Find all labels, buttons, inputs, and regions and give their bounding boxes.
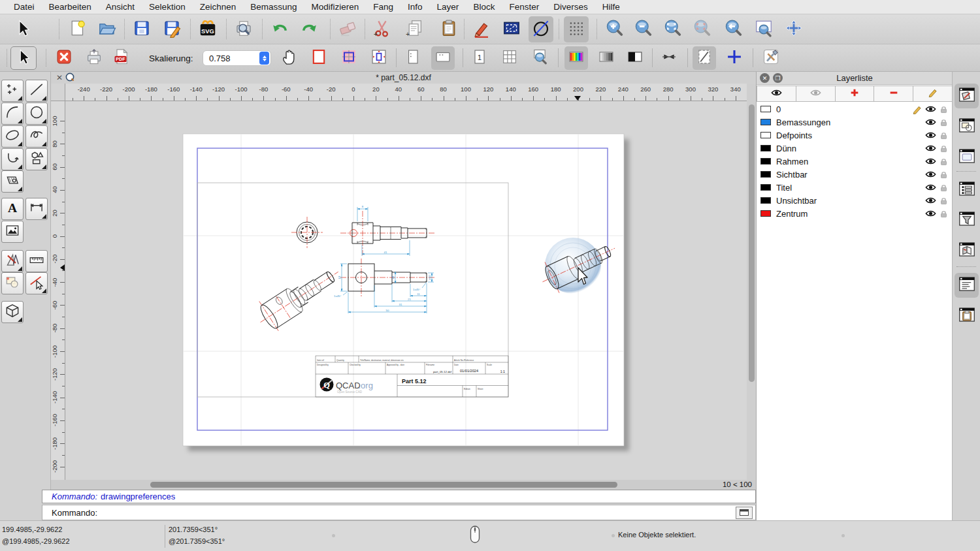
layer-lock-icon[interactable] xyxy=(937,118,950,127)
tool-modify-button[interactable] xyxy=(1,250,24,272)
zoom-window-button[interactable] xyxy=(751,16,776,42)
layer-visibility-eye-icon[interactable] xyxy=(924,169,937,180)
menu-layer[interactable]: Layer xyxy=(430,2,466,12)
layer-row[interactable]: 0 xyxy=(757,102,953,116)
horizontal-scrollbar-thumb[interactable] xyxy=(150,482,617,488)
print-button[interactable] xyxy=(82,46,106,70)
stepper-icon[interactable] xyxy=(259,52,269,65)
menu-fang[interactable]: Fang xyxy=(366,2,400,12)
page-single-button[interactable]: 1 xyxy=(468,46,491,70)
add-layer-button[interactable] xyxy=(836,86,875,102)
menu-hilfe[interactable]: Hilfe xyxy=(595,2,627,12)
menu-datei[interactable]: Datei xyxy=(7,2,42,12)
zoom-selection-button[interactable] xyxy=(689,16,714,42)
color-gray-button[interactable] xyxy=(595,46,618,70)
remove-layer-button[interactable] xyxy=(874,86,913,102)
panel-close-icon[interactable]: ✕ xyxy=(760,73,770,83)
layer-row[interactable]: Rahmen xyxy=(757,155,953,168)
tool-polyline-button[interactable] xyxy=(1,148,24,170)
paste-button[interactable] xyxy=(436,16,461,42)
layer-list-dock-button[interactable] xyxy=(955,84,979,108)
save-button[interactable] xyxy=(129,16,154,42)
command-input[interactable] xyxy=(101,506,736,519)
layer-row[interactable]: Zentrum xyxy=(757,207,953,220)
command-detach-button[interactable] xyxy=(736,507,753,519)
open-file-button[interactable] xyxy=(95,16,120,42)
layer-visibility-eye-icon[interactable] xyxy=(924,143,937,153)
preferences-button[interactable] xyxy=(759,46,783,70)
menu-diverses[interactable]: Diverses xyxy=(546,2,595,12)
pages-grid-button[interactable] xyxy=(498,46,521,70)
save-as-button[interactable] xyxy=(159,16,184,42)
block-list-dock-button[interactable] xyxy=(955,114,979,139)
zoom-previous-button[interactable] xyxy=(721,16,745,42)
drawing-frame-button[interactable] xyxy=(693,46,716,70)
layer-visibility-eye-icon[interactable] xyxy=(924,130,937,140)
tool-circle-button[interactable] xyxy=(25,102,48,125)
view-list-dock-button[interactable] xyxy=(955,145,979,170)
menu-zeichnen[interactable]: Zeichnen xyxy=(193,2,244,12)
tool-arc-button[interactable] xyxy=(1,102,24,125)
property-list-dock-button[interactable] xyxy=(955,178,979,202)
clipboard-panel-dock-button[interactable] xyxy=(955,304,979,328)
library-browser-dock-button[interactable] xyxy=(955,238,979,263)
auto-fit-button[interactable] xyxy=(367,46,391,70)
menu-modifizieren[interactable]: Modifizieren xyxy=(304,2,367,12)
layer-lock-icon[interactable] xyxy=(937,183,950,193)
layer-lock-icon[interactable] xyxy=(937,196,950,206)
zoom-auto-button[interactable] xyxy=(660,16,685,42)
layer-row[interactable]: Unsichtbar xyxy=(757,194,953,207)
eraser-button[interactable] xyxy=(335,16,360,42)
page-landscape-button[interactable] xyxy=(431,46,455,70)
menu-info[interactable]: Info xyxy=(400,2,430,12)
crosshair-button[interactable] xyxy=(723,46,746,70)
layer-lock-icon[interactable] xyxy=(937,131,950,140)
layer-lock-icon[interactable] xyxy=(937,209,950,219)
tool-blocks-button[interactable] xyxy=(1,272,24,294)
tool-line-button[interactable] xyxy=(25,80,48,102)
selection-rectangle-button[interactable] xyxy=(499,16,524,42)
close-drawing-button[interactable] xyxy=(52,46,76,70)
menu-fenster[interactable]: Fenster xyxy=(502,2,546,12)
edit-layer-button[interactable] xyxy=(913,86,953,102)
zoom-in-button[interactable] xyxy=(602,16,627,42)
draw-pencil-button[interactable] xyxy=(469,16,494,42)
menu-selektion[interactable]: Selektion xyxy=(142,2,193,12)
tool-hatch-button[interactable] xyxy=(1,170,24,193)
lineweight-button[interactable] xyxy=(657,46,681,70)
tool-select-line-button[interactable] xyxy=(25,272,48,294)
auto-zoom-button[interactable] xyxy=(781,16,806,42)
layer-visibility-eye-icon[interactable] xyxy=(924,117,937,127)
pointer-button[interactable] xyxy=(10,46,37,70)
eye-open-button[interactable] xyxy=(757,86,796,102)
menu-block[interactable]: Block xyxy=(466,2,502,12)
grid-dots-button[interactable] xyxy=(564,16,589,42)
menu-bearbeiten[interactable]: Bearbeiten xyxy=(42,2,99,12)
layer-row[interactable]: Defpoints xyxy=(757,129,953,142)
tool-image-button[interactable] xyxy=(1,221,24,243)
drawing-viewport[interactable]: 8 41 xyxy=(65,101,747,480)
horizontal-scrollbar[interactable]: 10 < 100 xyxy=(51,480,756,490)
scale-combobox[interactable]: 0.758 xyxy=(203,50,271,66)
layer-visibility-eye-icon[interactable] xyxy=(924,182,937,193)
layer-lock-icon[interactable] xyxy=(937,170,950,180)
svg-export-button[interactable]: SVG xyxy=(195,16,220,42)
layer-row[interactable]: Bemassungen xyxy=(757,116,953,129)
layer-lock-icon[interactable] xyxy=(937,104,950,114)
command-line-dock-button[interactable] xyxy=(955,273,979,298)
tool-ellipse-button[interactable] xyxy=(1,125,24,148)
new-file-button[interactable] xyxy=(65,16,90,42)
tool-dimension-button[interactable] xyxy=(25,198,48,220)
layer-visibility-eye-icon[interactable] xyxy=(924,208,937,219)
tool-box3d-button[interactable] xyxy=(1,301,24,323)
pointer-button[interactable] xyxy=(10,16,35,42)
print-preview-button[interactable] xyxy=(231,16,256,42)
vertical-scrollbar-thumb[interactable] xyxy=(749,104,755,382)
paper-grid-button[interactable] xyxy=(337,46,361,70)
layer-lock-icon[interactable] xyxy=(937,157,950,166)
color-bw-button[interactable] xyxy=(623,46,647,70)
color-full-button[interactable] xyxy=(564,46,588,70)
page-portrait-button[interactable] xyxy=(401,46,425,70)
pdf-export-button[interactable]: PDF xyxy=(110,46,133,70)
tool-shapes-button[interactable] xyxy=(25,148,48,170)
